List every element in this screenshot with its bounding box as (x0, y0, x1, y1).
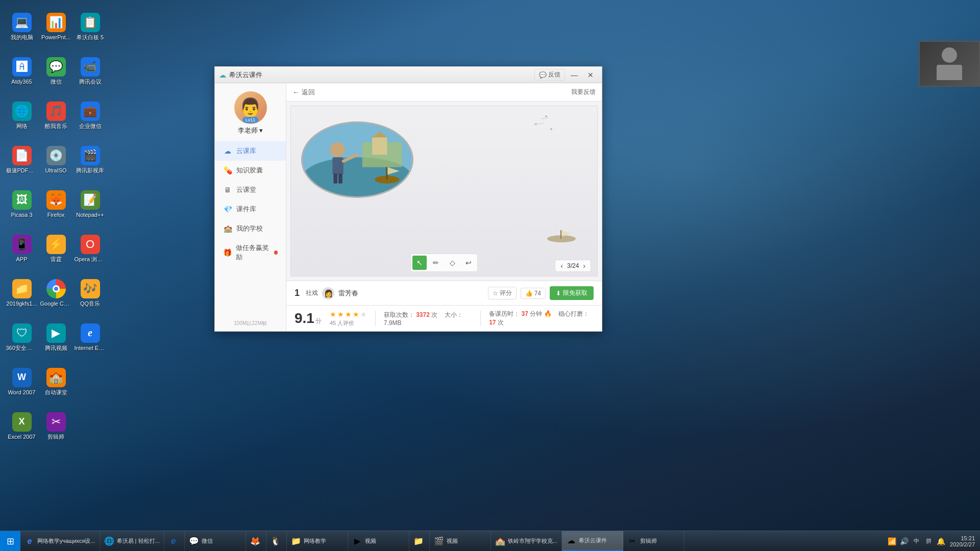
window-titlebar: ☁ 希沃云课件 💬 反馈 — ✕ (215, 67, 602, 83)
user-avatar[interactable]: 👨 Lv11 (234, 91, 267, 124)
wechat-tb-icon: 💬 (189, 536, 199, 546)
stars-row: ★ ★ ★ ★ ★ (330, 310, 367, 318)
icon-gkfs[interactable]: 📁 2019gkfs1... (5, 271, 38, 315)
window-body: 👨 Lv11 李老师 ▾ ☁ 云课库 💊 知识胶囊 (215, 83, 602, 331)
icon-qq-video-desktop[interactable]: ▶ 腾讯视频 (39, 316, 72, 359)
taskbar-network-edu[interactable]: e 网络教学учащихся设... (20, 531, 100, 551)
minimize-button[interactable]: — (567, 69, 581, 81)
nav-knowledge[interactable]: 💊 知识胶囊 (215, 161, 286, 180)
score-value: 9.1 (295, 310, 314, 327)
icon-chrome[interactable]: Google Chrome (39, 271, 72, 315)
webcam-overlay (919, 41, 980, 87)
taskbar-right: 📶 🔊 中 拼 🔔 15:21 2020/2/27 (881, 535, 980, 547)
icon-corp-wechat[interactable]: 💼 企业微信 (74, 94, 107, 137)
icon-label-ie: Internet Explorer (75, 345, 106, 352)
nav-cloud-class[interactable]: 🖥 云课堂 (215, 180, 286, 199)
icon-360safe[interactable]: 🛡 360安全浏览器 (5, 316, 38, 359)
icon-img-tmeeting: 📹 (81, 57, 100, 77)
icon-img-opera: O (81, 235, 100, 254)
rate-button[interactable]: ☆ 评分 (488, 287, 517, 299)
icon-label-autoclass: 自动课堂 (45, 389, 67, 396)
svg-point-16 (545, 115, 547, 117)
icon-tvideo[interactable]: 🎬 腾讯影视库 (74, 138, 107, 182)
system-clock[interactable]: 15:21 2020/2/27 (950, 535, 975, 547)
my-school-icon: 🏫 (223, 224, 232, 233)
icon-ultraiso[interactable]: 💿 UltraISO (39, 138, 72, 182)
knowledge-icon: 💊 (223, 166, 232, 175)
icon-ppt[interactable]: 📊 PowerPnt... (39, 5, 72, 48)
taskbar-school[interactable]: 🏫 铁岭市翔宇学校克... (491, 531, 562, 551)
pen-tool[interactable]: ✏ (429, 256, 443, 270)
download-button[interactable]: ⬇ 限免获取 (550, 286, 594, 300)
taskbar-folder-edu[interactable]: 📁 网络教学 (287, 531, 348, 551)
icon-shear[interactable]: ✂ 剪辑师 (39, 405, 72, 448)
tray-volume-icon[interactable]: 🔊 (899, 536, 909, 546)
video2-tb-icon: 🎬 (434, 536, 444, 546)
undo-tool[interactable]: ↩ (461, 256, 476, 270)
content-feedback-button[interactable]: 我要反馈 (571, 88, 596, 96)
icon-autoclass[interactable]: 🏫 自动课堂 (39, 360, 72, 404)
icon-whiteboard[interactable]: 📋 希沃白板 5 (74, 5, 107, 48)
webcam-feed (920, 42, 979, 86)
icon-label-picasa: Picasa 3 (11, 212, 32, 218)
taskbar-video2[interactable]: 🎬 视频 (430, 531, 491, 551)
icon-img-atdy: 🅰 (12, 57, 32, 77)
icon-tencent-meeting[interactable]: 📹 腾讯会议 (74, 49, 107, 93)
icon-notepad[interactable]: 📝 Notepad++ (74, 183, 107, 226)
file-size: 7.9MB (384, 319, 402, 327)
icon-qq-music[interactable]: 🎶 QQ音乐 (74, 271, 107, 315)
level-badge: Lv11 (242, 117, 259, 123)
desktop: 💻 我的电脑 📊 PowerPnt... 📋 希沃白板 5 🅰 Atdy365 … (0, 0, 980, 551)
icon-my-computer[interactable]: 💻 我的电脑 (5, 5, 38, 48)
prev-page-button[interactable]: ‹ (558, 262, 565, 270)
icon-pdf[interactable]: 📄 极速PDF词... (5, 138, 38, 182)
taskbar-xiwo[interactable]: 🌐 希沃易 | 轻松打... (100, 531, 164, 551)
undo-icon: ↩ (465, 259, 472, 267)
taskbar-video1[interactable]: ▶ 视频 (348, 531, 409, 551)
icon-wechat[interactable]: 💬 微信 (39, 49, 72, 93)
pointer-tool[interactable]: ↖ (412, 256, 427, 270)
taskbar-shear[interactable]: ✂ 剪辑师 (623, 531, 684, 551)
icon-img-gkfs: 📁 (12, 279, 32, 298)
taskbar-ie[interactable]: e (164, 531, 185, 551)
eraser-tool[interactable]: ◇ (445, 256, 459, 270)
nav-tasks[interactable]: 🎁 做任务赢奖励 (215, 238, 286, 267)
taskbar-folder2[interactable]: 📁 (409, 531, 430, 551)
icon-app[interactable]: 📱 APP (5, 227, 38, 270)
nav-my-school[interactable]: 🏫 我的学校 (215, 219, 286, 238)
icon-atdy[interactable]: 🅰 Atdy365 (5, 49, 38, 93)
tray-lang-icon[interactable]: 中 (911, 536, 921, 546)
slide-pagination: ‹ 3/24 › (555, 260, 591, 272)
network-edu-label: 网络教学учащихся设... (37, 537, 95, 545)
icon-opera[interactable]: O Opera 浏览器 (74, 227, 107, 270)
start-button[interactable]: ⊞ (0, 531, 20, 552)
close-button[interactable]: ✕ (583, 69, 598, 81)
fire-icon: 🔥 (544, 310, 552, 317)
taskbar-qq[interactable]: 🐧 (266, 531, 287, 551)
icon-firefox[interactable]: 🦊 Firefox (39, 183, 72, 226)
sidebar-username[interactable]: 李老师 ▾ (238, 126, 263, 135)
taskbar-xiwo-cloud[interactable]: ☁ 希沃云课件 (562, 531, 623, 551)
slide-viewer: ↖ ✏ ◇ ↩ (290, 106, 598, 277)
feedback-button[interactable]: 💬 反馈 (534, 69, 565, 81)
clock-time: 15:21 (950, 535, 975, 541)
icon-img-leiting: ⚡ (46, 235, 66, 254)
icon-music[interactable]: 🎵 酷我音乐 (39, 94, 72, 137)
star-5: ★ (360, 310, 367, 318)
back-button[interactable]: ← 返回 (292, 88, 315, 97)
icon-picasa[interactable]: 🖼 Picasa 3 (5, 183, 38, 226)
icon-word2007[interactable]: W Word 2007 (5, 360, 38, 404)
taskbar-wechat[interactable]: 💬 微信 (185, 531, 246, 551)
folder2-tb-icon: 📁 (413, 536, 424, 546)
tray-ime-icon[interactable]: 拼 (923, 536, 934, 546)
taskbar-firefox[interactable]: 🦊 (246, 531, 266, 551)
like-button[interactable]: 👍 74 (521, 288, 546, 299)
icon-img-qqmusic: 🎶 (81, 279, 100, 298)
next-page-button[interactable]: › (581, 262, 587, 270)
icon-network[interactable]: 🌐 网络 (5, 94, 38, 137)
nav-cloud-library[interactable]: ☁ 云课库 (215, 141, 286, 161)
icon-ie[interactable]: e Internet Explorer (74, 316, 107, 359)
nav-course-lib[interactable]: 💎 课件库 (215, 199, 286, 219)
icon-excel2007[interactable]: X Excel 2007 (5, 405, 38, 448)
icon-leiting[interactable]: ⚡ 雷霆 (39, 227, 72, 270)
